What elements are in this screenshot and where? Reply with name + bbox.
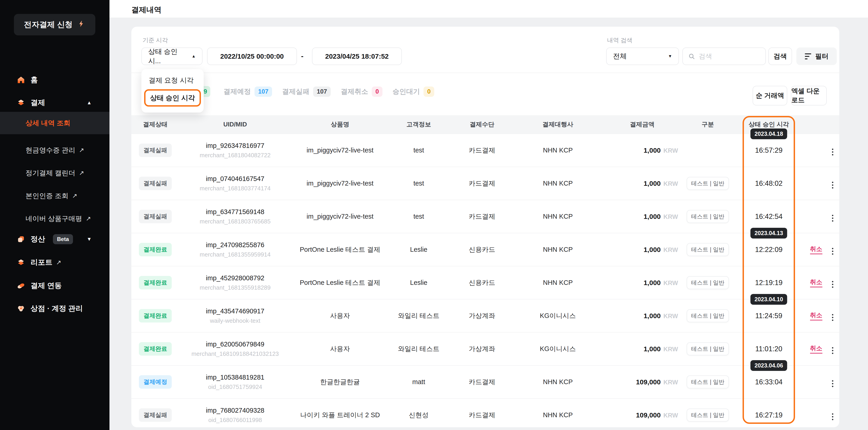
tab-label: 승인대기 (393, 87, 420, 96)
net-amount-button[interactable]: 순 거래액 (753, 86, 787, 106)
cancel-link[interactable]: 취소 (810, 245, 823, 254)
e-payment-apply-button[interactable]: 전자결제 신청 (14, 14, 95, 35)
kebab-menu-icon[interactable] (831, 247, 835, 256)
dropdown-option-approved-time[interactable]: 상태 승인 시각 (144, 89, 201, 107)
uid-mid-cell: imp_074046167547merchant_1681803774174 (179, 175, 291, 192)
table-row[interactable]: 결제예정imp_105384819281oid_1680751759924한글한… (131, 365, 839, 398)
status-badge: 결제실패 (139, 144, 172, 157)
table-row[interactable]: 결제완료imp_435474690917waily-webhook-text사용… (131, 299, 839, 332)
sidebar-item-cash-receipt[interactable]: 현금영수증 관리 ↗ (0, 142, 110, 159)
uid-mid-cell: imp_105384819281oid_1680751759924 (179, 374, 291, 391)
page-title: 결제내역 (131, 5, 161, 15)
table-row[interactable]: 결제완료imp_247098255876merchant_16813559599… (131, 233, 839, 266)
product-cell: 사용자 (291, 311, 389, 320)
cancel-link[interactable]: 취소 (810, 311, 823, 320)
kebab-menu-icon[interactable] (831, 147, 835, 157)
kebab-menu-icon[interactable] (831, 412, 835, 422)
chevron-up-icon[interactable]: ▲ (87, 100, 92, 106)
status-tab-3[interactable]: 승인대기 0 (393, 86, 434, 97)
sidebar-item-label: 결제 연동 (31, 281, 62, 291)
method-cell: 신용카드 (448, 278, 516, 287)
table-row[interactable]: 결제실패imp_926347816977merchant_16818040827… (131, 134, 839, 167)
kebab-menu-icon[interactable] (831, 379, 835, 389)
type-cell: 테스트 | 일반 (684, 243, 731, 256)
pg-cell: NHN KCP (516, 378, 600, 386)
amount-value: 1,000 (644, 213, 661, 221)
type-badge: 테스트 | 일반 (687, 408, 729, 422)
table-row[interactable]: 결제완료imp_452928008792merchant_16813559182… (131, 266, 839, 299)
currency-label: KRW (663, 412, 678, 419)
type-badge: 테스트 | 일반 (687, 243, 729, 256)
kebab-menu-icon[interactable] (831, 313, 835, 322)
status-tab-0[interactable]: 결제예정 107 (223, 86, 272, 97)
date-from-input[interactable]: 2022/10/25 00:00:00 (207, 48, 297, 65)
amount-value: 1,000 (644, 180, 661, 188)
type-cell: 테스트 | 일반 (684, 375, 731, 389)
sidebar-item-detail-history[interactable]: 상세 내역 조회 (0, 112, 110, 134)
date-group: 2023.04.10결제완료imp_435474690917waily-webh… (131, 299, 839, 365)
filter-button[interactable]: 필터 (796, 48, 837, 65)
sidebar-item-integration[interactable]: 결제 연동 (0, 278, 110, 294)
status-tab-1[interactable]: 결제실패 107 (282, 86, 331, 97)
search-input[interactable] (699, 53, 758, 60)
search-button[interactable]: 검색 (768, 48, 792, 65)
chevron-down-icon: ▼ (668, 54, 672, 59)
payment-admin-screen: { "colors": { "accent_orange": "#F97316"… (0, 0, 868, 430)
kebab-menu-icon[interactable] (831, 280, 835, 289)
status-cell: 결제예정 (131, 375, 179, 389)
sidebar-item-recurring-calendar[interactable]: 정기결제 캘린더 ↗ (0, 165, 110, 181)
column-header: UID/MID (179, 121, 291, 128)
base-time-dropdown-menu: 결제 요청 시각 상태 승인 시각 (142, 69, 204, 113)
status-badge: 결제완료 (139, 309, 172, 322)
sidebar-item-label: 결제 (31, 98, 45, 108)
cancel-link[interactable]: 취소 (810, 278, 823, 287)
customer-cell: 신현성 (389, 410, 448, 420)
search-icon (688, 53, 695, 60)
base-time-label: 기준 시각 (143, 36, 168, 44)
search-section-label: 내역 검색 (607, 36, 632, 44)
status-badge: 결제실패 (139, 177, 172, 190)
base-time-select[interactable]: 상태 승인 시... ▲ (142, 48, 203, 65)
kebab-menu-icon[interactable] (831, 213, 835, 223)
layers-icon (17, 98, 25, 107)
sidebar-item-naver-reviews[interactable]: 네이버 상품구매평 ↗ (0, 210, 110, 227)
currency-label: KRW (663, 180, 678, 188)
search-category-select[interactable]: 전체 ▼ (606, 48, 679, 65)
status-tab-2[interactable]: 결제취소 0 (341, 86, 382, 97)
chevron-down-icon[interactable]: ▼ (87, 236, 92, 242)
type-badge: 테스트 | 일반 (687, 309, 729, 322)
cancel-link[interactable]: 취소 (810, 344, 823, 353)
table-row[interactable]: 결제완료imp_620050679849merchant_16810918842… (131, 332, 839, 365)
dropdown-option-request-time[interactable]: 결제 요청 시각 (142, 73, 204, 88)
sidebar-item-store-account[interactable]: 상점 · 계정 관리 (0, 300, 110, 317)
spacer (0, 71, 110, 88)
cancel-cell: 취소 (806, 278, 826, 287)
product-cell: im_piggyciv72-live-test (291, 213, 389, 220)
sidebar-item-settlement[interactable]: 정산 Beta ▼ (0, 231, 110, 248)
type-cell: 테스트 | 일반 (684, 309, 731, 322)
date-to-input[interactable]: 2023/04/25 18:07:52 (312, 48, 402, 65)
top-bar: 결제내역 (110, 0, 868, 18)
table-row[interactable]: 결제실패imp_074046167547merchant_16818037741… (131, 167, 839, 200)
column-header: 구분 (684, 120, 731, 128)
kebab-menu-icon[interactable] (831, 180, 835, 190)
column-header: 상태 승인 시각 (731, 120, 806, 128)
currency-label: KRW (663, 346, 678, 353)
sidebar-item-payment[interactable]: 결제 ▲ (0, 94, 110, 111)
status-cell: 결제완료 (131, 309, 179, 322)
status-cell: 결제완료 (131, 342, 179, 355)
sidebar-item-report[interactable]: 리포트 ↗ (0, 254, 110, 271)
status-cell: 결제실패 (131, 144, 179, 157)
date-from-value: 2022/10/25 00:00:00 (220, 53, 284, 60)
amount-cell: 1,000KRW (600, 279, 684, 287)
search-button-label: 검색 (774, 52, 787, 61)
amount-value: 1,000 (644, 246, 661, 254)
sidebar-item-label: 상점 · 계정 관리 (31, 304, 83, 314)
excel-download-button[interactable]: 엑셀 다운로드 (791, 86, 827, 106)
sidebar-item-identity-verification[interactable]: 본인인증 조회 ↗ (0, 188, 110, 204)
table-row[interactable]: 결제실패imp_634771569148merchant_16818037656… (131, 200, 839, 233)
kebab-menu-icon[interactable] (831, 346, 835, 355)
table-row[interactable]: 결제실패imp_768027409328oid_1680766011998나이키… (131, 398, 839, 427)
status-badge: 결제완료 (139, 243, 172, 256)
row-menu-cell (826, 409, 839, 422)
